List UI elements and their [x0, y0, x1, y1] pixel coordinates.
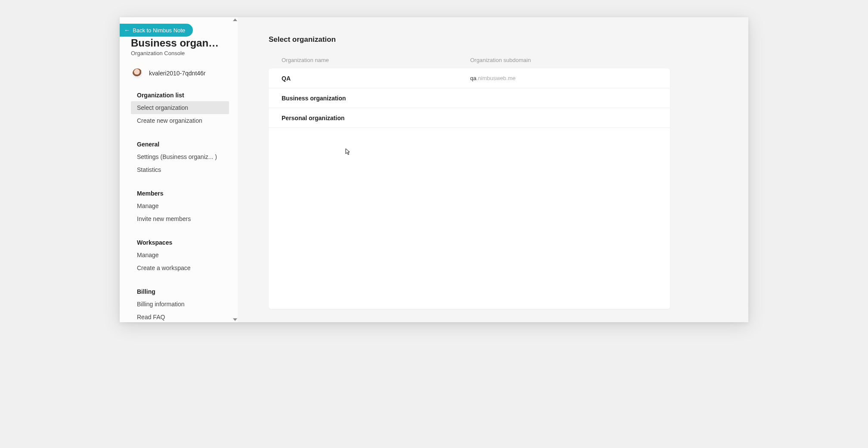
- nav-item-members-manage[interactable]: Manage: [131, 199, 229, 212]
- org-subdomain: qa.nimbusweb.me: [470, 75, 516, 81]
- nav-item-billing-info[interactable]: Billing information: [131, 298, 229, 311]
- sidebar: Business organiz... Organization Console…: [120, 17, 238, 322]
- org-row-qa[interactable]: QA qa.nimbusweb.me: [269, 68, 670, 88]
- organization-title: Business organiz...: [131, 37, 221, 49]
- app-window: ← Back to Nimbus Note Business organiz..…: [120, 17, 748, 322]
- nav-section-organization-list: Organization list Select organization Cr…: [131, 92, 238, 127]
- nav-section-title: General: [131, 141, 238, 150]
- org-name: Personal organization: [282, 115, 470, 121]
- main-content: Select organization Organization name Or…: [238, 17, 748, 322]
- org-name: QA: [282, 75, 470, 82]
- org-row-personal[interactable]: Personal organization: [269, 108, 670, 128]
- nav-section-title: Members: [131, 190, 238, 199]
- arrow-left-icon: ←: [124, 27, 130, 34]
- sidebar-inner: Business organiz... Organization Console…: [120, 17, 238, 322]
- back-button-label: Back to Nimbus Note: [133, 27, 185, 34]
- nav-item-statistics[interactable]: Statistics: [131, 163, 229, 176]
- nav-item-workspaces-manage[interactable]: Manage: [131, 249, 229, 261]
- avatar: [133, 68, 142, 78]
- nav-section-title: Organization list: [131, 92, 238, 101]
- page-title: Select organization: [269, 35, 748, 44]
- user-name: kvaleri2010-7qdnt46r: [149, 70, 206, 77]
- nav-section-members: Members Manage Invite new members: [131, 190, 238, 225]
- column-header-name: Organization name: [282, 57, 470, 63]
- nav-section-billing: Billing Billing information Read FAQ: [131, 288, 238, 322]
- org-row-business[interactable]: Business organization: [269, 88, 670, 108]
- nav-item-select-organization[interactable]: Select organization: [131, 101, 229, 114]
- nav-item-create-organization[interactable]: Create new organization: [131, 114, 229, 127]
- column-header-subdomain: Organization subdomain: [470, 57, 657, 63]
- nav-section-workspaces: Workspaces Manage Create a workspace: [131, 239, 238, 274]
- nav-item-settings[interactable]: Settings (Business organiz... ): [131, 150, 229, 163]
- organization-subtitle: Organization Console: [131, 50, 238, 56]
- nav-section-title: Billing: [131, 288, 238, 298]
- table-header: Organization name Organization subdomain: [269, 57, 670, 68]
- scroll-down-icon[interactable]: [233, 318, 237, 321]
- back-to-nimbus-button[interactable]: ← Back to Nimbus Note: [120, 24, 193, 37]
- current-user[interactable]: kvaleri2010-7qdnt46r: [133, 68, 238, 78]
- nav-item-invite-members[interactable]: Invite new members: [131, 212, 229, 225]
- table-empty-space: [269, 128, 670, 309]
- nav-item-create-workspace[interactable]: Create a workspace: [131, 261, 229, 274]
- scroll-up-icon[interactable]: [233, 19, 237, 21]
- nav-section-title: Workspaces: [131, 239, 238, 249]
- nav-item-read-faq[interactable]: Read FAQ: [131, 311, 229, 322]
- nav-section-general: General Settings (Business organiz... ) …: [131, 141, 238, 176]
- organization-table: Organization name Organization subdomain…: [269, 57, 670, 309]
- organization-list: QA qa.nimbusweb.me Business organization…: [269, 68, 670, 309]
- org-name: Business organization: [282, 95, 470, 102]
